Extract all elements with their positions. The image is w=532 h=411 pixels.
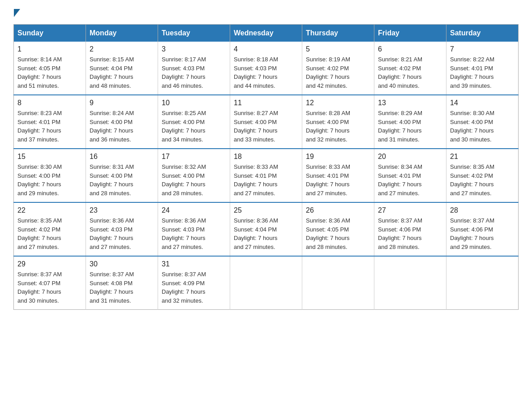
- day-number: 5: [306, 45, 370, 53]
- day-number: 30: [90, 260, 154, 268]
- day-info: Sunrise: 8:37 AMSunset: 4:08 PMDaylight:…: [90, 270, 154, 305]
- day-info: Sunrise: 8:33 AMSunset: 4:01 PMDaylight:…: [306, 163, 370, 197]
- calendar-cell: 1 Sunrise: 8:14 AMSunset: 4:05 PMDayligh…: [14, 42, 86, 95]
- day-number: 6: [378, 45, 442, 53]
- day-info: Sunrise: 8:35 AMSunset: 4:02 PMDaylight:…: [17, 216, 82, 251]
- calendar-cell: 14 Sunrise: 8:30 AMSunset: 4:00 PMDaylig…: [446, 95, 519, 149]
- calendar-cell: 16 Sunrise: 8:31 AMSunset: 4:00 PMDaylig…: [86, 149, 158, 202]
- calendar-cell: 26 Sunrise: 8:36 AMSunset: 4:05 PMDaylig…: [302, 202, 374, 256]
- day-number: 16: [90, 153, 154, 161]
- day-info: Sunrise: 8:35 AMSunset: 4:02 PMDaylight:…: [450, 163, 515, 197]
- calendar-cell: 5 Sunrise: 8:19 AMSunset: 4:02 PMDayligh…: [302, 42, 374, 95]
- day-number: 8: [17, 99, 82, 107]
- day-number: 20: [378, 153, 442, 161]
- day-info: Sunrise: 8:31 AMSunset: 4:00 PMDaylight:…: [90, 163, 154, 197]
- day-number: 11: [234, 99, 298, 107]
- calendar-cell: 20 Sunrise: 8:34 AMSunset: 4:01 PMDaylig…: [374, 149, 446, 202]
- calendar-cell: 18 Sunrise: 8:33 AMSunset: 4:01 PMDaylig…: [230, 149, 302, 202]
- calendar-cell: [230, 256, 302, 310]
- day-number: 24: [162, 206, 226, 214]
- day-number: 29: [17, 260, 82, 268]
- week-row-2: 8 Sunrise: 8:23 AMSunset: 4:01 PMDayligh…: [14, 95, 519, 149]
- day-info: Sunrise: 8:30 AMSunset: 4:00 PMDaylight:…: [450, 109, 515, 144]
- day-info: Sunrise: 8:34 AMSunset: 4:01 PMDaylight:…: [378, 163, 442, 197]
- day-info: Sunrise: 8:23 AMSunset: 4:01 PMDaylight:…: [17, 109, 82, 144]
- day-info: Sunrise: 8:37 AMSunset: 4:06 PMDaylight:…: [378, 216, 442, 251]
- day-info: Sunrise: 8:22 AMSunset: 4:01 PMDaylight:…: [450, 55, 515, 90]
- day-number: 7: [450, 45, 515, 53]
- day-number: 9: [90, 99, 154, 107]
- logo-triangle-icon: [14, 9, 20, 17]
- day-info: Sunrise: 8:18 AMSunset: 4:03 PMDaylight:…: [234, 55, 298, 90]
- day-number: 17: [162, 153, 226, 161]
- calendar-cell: 29 Sunrise: 8:37 AMSunset: 4:07 PMDaylig…: [14, 256, 86, 310]
- week-row-1: 1 Sunrise: 8:14 AMSunset: 4:05 PMDayligh…: [14, 42, 519, 95]
- calendar-cell: 12 Sunrise: 8:28 AMSunset: 4:00 PMDaylig…: [302, 95, 374, 149]
- day-info: Sunrise: 8:37 AMSunset: 4:09 PMDaylight:…: [162, 270, 226, 305]
- logo-area: [13, 9, 20, 17]
- logo-blue-row: [13, 9, 20, 17]
- calendar-cell: [446, 256, 519, 310]
- col-header-thursday: Thursday: [302, 25, 374, 42]
- calendar-cell: 11 Sunrise: 8:27 AMSunset: 4:00 PMDaylig…: [230, 95, 302, 149]
- day-number: 25: [234, 206, 298, 214]
- day-number: 26: [306, 206, 370, 214]
- day-number: 13: [378, 99, 442, 107]
- day-number: 15: [17, 153, 82, 161]
- calendar-cell: 8 Sunrise: 8:23 AMSunset: 4:01 PMDayligh…: [14, 95, 86, 149]
- day-info: Sunrise: 8:27 AMSunset: 4:00 PMDaylight:…: [234, 109, 298, 144]
- day-info: Sunrise: 8:30 AMSunset: 4:00 PMDaylight:…: [17, 163, 82, 197]
- calendar-cell: [302, 256, 374, 310]
- calendar-cell: 31 Sunrise: 8:37 AMSunset: 4:09 PMDaylig…: [158, 256, 230, 310]
- col-header-wednesday: Wednesday: [230, 25, 302, 42]
- day-info: Sunrise: 8:24 AMSunset: 4:00 PMDaylight:…: [90, 109, 154, 144]
- day-number: 3: [162, 45, 226, 53]
- day-info: Sunrise: 8:33 AMSunset: 4:01 PMDaylight:…: [234, 163, 298, 197]
- calendar-cell: 25 Sunrise: 8:36 AMSunset: 4:04 PMDaylig…: [230, 202, 302, 256]
- calendar-cell: 21 Sunrise: 8:35 AMSunset: 4:02 PMDaylig…: [446, 149, 519, 202]
- day-info: Sunrise: 8:19 AMSunset: 4:02 PMDaylight:…: [306, 55, 370, 90]
- day-info: Sunrise: 8:36 AMSunset: 4:03 PMDaylight:…: [90, 216, 154, 251]
- col-header-tuesday: Tuesday: [158, 25, 230, 42]
- day-number: 18: [234, 153, 298, 161]
- calendar-cell: 6 Sunrise: 8:21 AMSunset: 4:02 PMDayligh…: [374, 42, 446, 95]
- day-number: 14: [450, 99, 515, 107]
- calendar-cell: 3 Sunrise: 8:17 AMSunset: 4:03 PMDayligh…: [158, 42, 230, 95]
- day-number: 23: [90, 206, 154, 214]
- week-row-4: 22 Sunrise: 8:35 AMSunset: 4:02 PMDaylig…: [14, 202, 519, 256]
- week-row-5: 29 Sunrise: 8:37 AMSunset: 4:07 PMDaylig…: [14, 256, 519, 310]
- day-number: 1: [17, 45, 82, 53]
- day-info: Sunrise: 8:14 AMSunset: 4:05 PMDaylight:…: [17, 55, 82, 90]
- day-number: 27: [378, 206, 442, 214]
- calendar-cell: 27 Sunrise: 8:37 AMSunset: 4:06 PMDaylig…: [374, 202, 446, 256]
- day-number: 4: [234, 45, 298, 53]
- day-number: 2: [90, 45, 154, 53]
- day-info: Sunrise: 8:37 AMSunset: 4:07 PMDaylight:…: [17, 270, 82, 305]
- day-info: Sunrise: 8:36 AMSunset: 4:05 PMDaylight:…: [306, 216, 370, 251]
- calendar-cell: 22 Sunrise: 8:35 AMSunset: 4:02 PMDaylig…: [14, 202, 86, 256]
- page-header: [13, 9, 519, 17]
- calendar-cell: 13 Sunrise: 8:29 AMSunset: 4:00 PMDaylig…: [374, 95, 446, 149]
- day-info: Sunrise: 8:25 AMSunset: 4:00 PMDaylight:…: [162, 109, 226, 144]
- calendar-cell: 4 Sunrise: 8:18 AMSunset: 4:03 PMDayligh…: [230, 42, 302, 95]
- day-number: 19: [306, 153, 370, 161]
- day-number: 22: [17, 206, 82, 214]
- day-info: Sunrise: 8:37 AMSunset: 4:06 PMDaylight:…: [450, 216, 515, 251]
- col-header-monday: Monday: [86, 25, 158, 42]
- day-info: Sunrise: 8:21 AMSunset: 4:02 PMDaylight:…: [378, 55, 442, 90]
- day-info: Sunrise: 8:29 AMSunset: 4:00 PMDaylight:…: [378, 109, 442, 144]
- calendar-cell: 23 Sunrise: 8:36 AMSunset: 4:03 PMDaylig…: [86, 202, 158, 256]
- day-number: 31: [162, 260, 226, 268]
- calendar-cell: 30 Sunrise: 8:37 AMSunset: 4:08 PMDaylig…: [86, 256, 158, 310]
- calendar-cell: [374, 256, 446, 310]
- col-header-saturday: Saturday: [446, 25, 519, 42]
- day-info: Sunrise: 8:28 AMSunset: 4:00 PMDaylight:…: [306, 109, 370, 144]
- day-number: 21: [450, 153, 515, 161]
- col-header-sunday: Sunday: [14, 25, 86, 42]
- calendar-cell: 15 Sunrise: 8:30 AMSunset: 4:00 PMDaylig…: [14, 149, 86, 202]
- calendar-table: SundayMondayTuesdayWednesdayThursdayFrid…: [13, 24, 519, 310]
- day-number: 10: [162, 99, 226, 107]
- day-number: 12: [306, 99, 370, 107]
- calendar-header-row: SundayMondayTuesdayWednesdayThursdayFrid…: [14, 25, 519, 42]
- calendar-cell: 24 Sunrise: 8:36 AMSunset: 4:03 PMDaylig…: [158, 202, 230, 256]
